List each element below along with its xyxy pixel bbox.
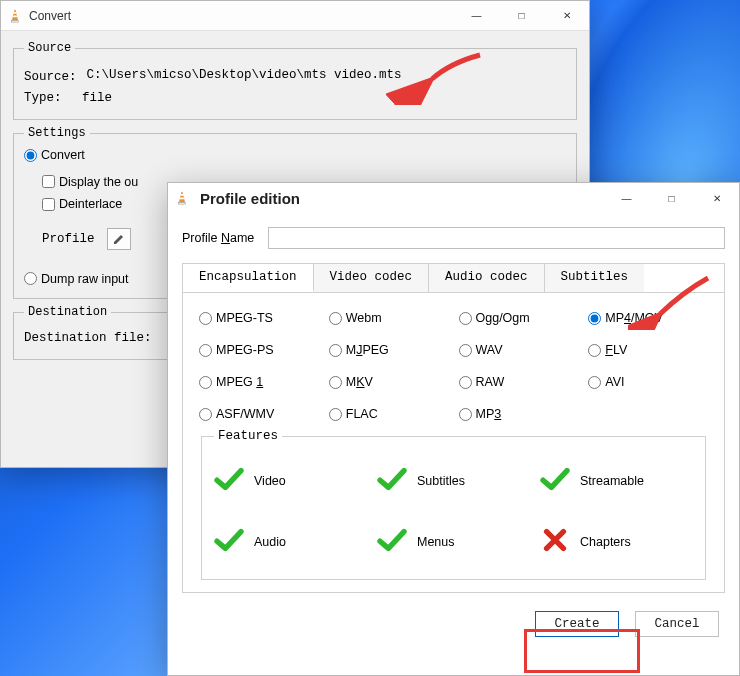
tab-audio-codec[interactable]: Audio codec xyxy=(429,264,545,292)
format-radio-avi[interactable]: AVI xyxy=(588,375,708,389)
format-radio-mpeg-ps[interactable]: MPEG-PS xyxy=(199,343,319,357)
format-radio-mp4-mov[interactable]: MP4/MOV xyxy=(588,311,708,325)
vlc-cone-icon xyxy=(174,190,190,206)
source-legend: Source xyxy=(24,41,75,55)
profile-name-label: Profile Name xyxy=(182,231,254,246)
feature-streamable: Streamable xyxy=(540,467,693,494)
settings-legend: Settings xyxy=(24,126,90,140)
feature-video: Video xyxy=(214,467,367,494)
profile-window-title: Profile edition xyxy=(200,190,300,207)
format-radio-mkv[interactable]: MKV xyxy=(329,375,449,389)
tab-video-codec[interactable]: Video codec xyxy=(314,264,430,292)
type-value: file xyxy=(82,91,112,105)
feature-audio: Audio xyxy=(214,528,367,555)
profile-edit-button[interactable] xyxy=(107,228,131,250)
deinterlace-checkbox[interactable]: Deinterlace xyxy=(42,197,122,211)
dump-raw-radio[interactable]: Dump raw input xyxy=(24,272,129,286)
encapsulation-panel: MPEG-TSWebmOgg/OgmMP4/MOVMPEG-PSMJPEGWAV… xyxy=(182,292,725,593)
format-radio-raw[interactable]: RAW xyxy=(459,375,579,389)
feature-menus: Menus xyxy=(377,528,530,555)
feature-label: Audio xyxy=(254,535,286,549)
feature-chapters: Chapters xyxy=(540,528,693,555)
profile-name-input[interactable] xyxy=(268,227,725,249)
source-value: C:\Users\micso\Desktop\video\mts video.m… xyxy=(83,67,566,87)
source-group: Source Source: C:\Users\micso\Desktop\vi… xyxy=(13,41,577,120)
destination-legend: Destination xyxy=(24,305,111,319)
profile-label: Profile xyxy=(42,232,95,246)
source-label: Source: xyxy=(24,70,77,84)
close-button[interactable]: ✕ xyxy=(694,184,739,212)
check-icon xyxy=(214,528,244,555)
check-icon xyxy=(377,467,407,494)
svg-rect-1 xyxy=(179,202,186,204)
minimize-button[interactable]: — xyxy=(454,2,499,30)
close-button[interactable]: ✕ xyxy=(544,2,589,30)
display-output-checkbox[interactable]: Display the ou xyxy=(42,175,138,189)
format-radio-mpeg-ts[interactable]: MPEG-TS xyxy=(199,311,319,325)
feature-label: Chapters xyxy=(580,535,631,549)
create-button[interactable]: Create xyxy=(535,611,619,637)
cross-icon xyxy=(540,528,570,555)
check-icon xyxy=(540,467,570,494)
tab-bar: Encapsulation Video codec Audio codec Su… xyxy=(182,263,725,292)
format-radio-mpeg-1[interactable]: MPEG 1 xyxy=(199,375,319,389)
tab-encapsulation[interactable]: Encapsulation xyxy=(183,264,314,292)
feature-subtitles: Subtitles xyxy=(377,467,530,494)
features-legend: Features xyxy=(214,429,282,443)
profile-titlebar[interactable]: Profile edition — □ ✕ xyxy=(168,183,739,213)
destination-label: Destination file: xyxy=(24,331,152,345)
format-radio-asf-wmv[interactable]: ASF/WMV xyxy=(199,407,319,421)
cancel-button[interactable]: Cancel xyxy=(635,611,719,637)
check-icon xyxy=(214,467,244,494)
feature-label: Menus xyxy=(417,535,455,549)
features-group: Features VideoSubtitlesStreamableAudioMe… xyxy=(201,429,706,580)
format-radio-webm[interactable]: Webm xyxy=(329,311,449,325)
convert-radio[interactable]: Convert xyxy=(24,148,85,162)
convert-window-title: Convert xyxy=(29,9,454,23)
vlc-cone-icon xyxy=(7,8,23,24)
feature-label: Streamable xyxy=(580,474,644,488)
minimize-button[interactable]: — xyxy=(604,184,649,212)
feature-label: Subtitles xyxy=(417,474,465,488)
format-radio-wav[interactable]: WAV xyxy=(459,343,579,357)
format-radio-ogg-ogm[interactable]: Ogg/Ogm xyxy=(459,311,579,325)
feature-label: Video xyxy=(254,474,286,488)
format-radio-mp3[interactable]: MP3 xyxy=(459,407,579,421)
convert-titlebar[interactable]: Convert — □ ✕ xyxy=(1,1,589,31)
check-icon xyxy=(377,528,407,555)
maximize-button[interactable]: □ xyxy=(499,2,544,30)
maximize-button[interactable]: □ xyxy=(649,184,694,212)
tab-subtitles[interactable]: Subtitles xyxy=(545,264,645,292)
type-label: Type: xyxy=(24,91,76,105)
format-radio-mjpeg[interactable]: MJPEG xyxy=(329,343,449,357)
format-radio-flac[interactable]: FLAC xyxy=(329,407,449,421)
svg-rect-0 xyxy=(12,20,19,22)
format-radio-flv[interactable]: FLV xyxy=(588,343,708,357)
